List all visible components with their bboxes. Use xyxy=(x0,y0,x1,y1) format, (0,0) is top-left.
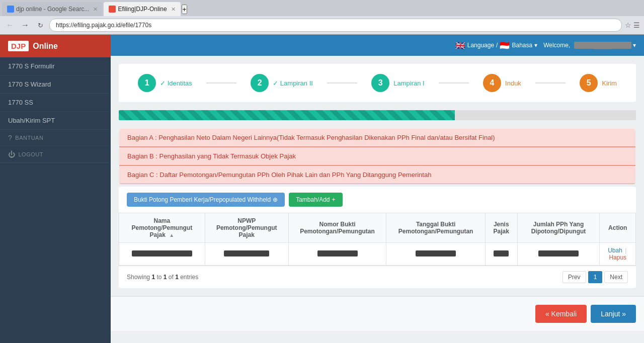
step-5-circle: 5 xyxy=(580,74,598,92)
sidebar-item-1770s-formulir-label: 1770 S Formulir xyxy=(8,62,54,70)
sections-wrapper: Bagian A : Penghasilan Neto Dalam Negeri… xyxy=(119,128,636,185)
step-4-circle: 4 xyxy=(483,74,501,92)
username-display: ████ xyxy=(574,42,631,49)
address-input[interactable] xyxy=(49,19,622,32)
bagian-c-label: Bagian C : Daftar Pemotongan/Pemungutan … xyxy=(127,171,431,179)
section-bagian-b[interactable]: Bagian B : Penghasilan yang Tidak Termas… xyxy=(119,147,635,165)
tambah-add-icon: + xyxy=(332,196,336,203)
step-5-label: Kirim xyxy=(602,79,617,87)
tab-djp[interactable]: Efiling|DJP-Online ✕ xyxy=(104,2,180,16)
ubah-link[interactable]: Ubah xyxy=(608,247,622,254)
step-4[interactable]: 4 Induk xyxy=(483,74,521,92)
progress-bar xyxy=(119,110,636,120)
bahasa-label: Bahasa xyxy=(512,42,532,49)
top-bar: 🇬🇧 Language / 🇮🇩 Bahasa ▾ Welcome, ████ … xyxy=(111,35,644,56)
step-3[interactable]: 3 Lampiran I xyxy=(371,74,424,92)
progress-bar-fill xyxy=(119,110,455,120)
col-npwp: NPWP Pemotong/Pemungut Pajak xyxy=(205,213,288,243)
bagian-a-label: Bagian A : Penghasilan Neto Dalam Negeri… xyxy=(127,134,495,141)
sidebar-item-ubah-kirim-label: Ubah/Kirim SPT xyxy=(8,117,55,124)
step-3-number: 3 xyxy=(378,78,383,88)
djp-favicon xyxy=(109,6,116,13)
col-jumlah: Jumlah PPh Yang Dipotong/Dipungut xyxy=(517,213,600,243)
bookmark-icon[interactable]: ☆ xyxy=(625,21,631,29)
cell-tanggal xyxy=(386,243,486,266)
steps-container: 1 ✓ Identitas 2 ✓ Lampiran II 3 Lampiran… xyxy=(119,64,636,102)
sidebar-section-logout[interactable]: ⏻ Logout xyxy=(0,146,111,163)
section-bagian-a[interactable]: Bagian A : Penghasilan Neto Dalam Negeri… xyxy=(119,129,635,147)
sidebar-item-ubah-kirim[interactable]: Ubah/Kirim SPT xyxy=(0,112,111,130)
step-3-circle: 3 xyxy=(371,74,389,92)
logout-label: Logout xyxy=(19,151,43,157)
page-1-button[interactable]: 1 xyxy=(588,271,603,283)
step-4-label: Induk xyxy=(505,79,521,87)
sidebar-item-1770s-wizard[interactable]: 1770 S Wizard xyxy=(0,75,111,94)
step-4-number: 4 xyxy=(490,78,495,88)
uk-flag-icon: 🇬🇧 xyxy=(455,41,465,50)
data-table: Nama Pemotong/Pemungut Pajak ▲ NPWP Pemo… xyxy=(119,213,636,266)
sidebar-item-1770ss[interactable]: 1770 SS xyxy=(0,94,111,112)
step-connector-4-5 xyxy=(535,82,566,83)
cell-npwp xyxy=(205,243,288,266)
next-button[interactable]: Lanjut » xyxy=(591,305,636,323)
tab-djp-close[interactable]: ✕ xyxy=(171,6,176,13)
step-connector-2-3 xyxy=(327,82,357,83)
cell-jumlah xyxy=(517,243,600,266)
sidebar-item-1770s-formulir[interactable]: 1770 S Formulir xyxy=(0,57,111,75)
col-nama[interactable]: Nama Pemotong/Pemungut Pajak ▲ xyxy=(119,213,205,243)
pagination-controls: Prev 1 Next xyxy=(562,271,628,283)
cell-nama xyxy=(119,243,205,266)
bukti-potong-button[interactable]: Bukti Potong Pemberi Kerja/Prepopulated … xyxy=(127,193,285,207)
step-connector-3-4 xyxy=(439,82,469,83)
tambah-add-button[interactable]: Tambah/Add + xyxy=(289,193,342,207)
bantuan-label: Bantuan xyxy=(15,135,43,141)
djp-logo: DJP xyxy=(8,41,29,51)
settings-icon[interactable]: ☰ xyxy=(633,21,640,29)
back-button[interactable]: « Kembali xyxy=(535,305,587,323)
col-tanggal: Tanggal Bukti Pemotongan/Pemungutan xyxy=(386,213,486,243)
sidebar-section-bantuan[interactable]: ? Bantuan xyxy=(0,130,111,146)
col-action: Action xyxy=(600,213,636,243)
npwp-redacted xyxy=(224,250,269,256)
next-page-button[interactable]: Next xyxy=(604,271,628,283)
sidebar: DJP Online 1770 S Formulir 1770 S Wizard… xyxy=(0,35,111,343)
step-5[interactable]: 5 Kirim xyxy=(580,74,617,92)
step-1[interactable]: 1 ✓ Identitas xyxy=(138,74,192,92)
tab-google[interactable]: djp online - Google Searc... ✕ xyxy=(2,2,103,16)
table-row: Ubah | Hapus xyxy=(119,243,636,266)
google-favicon xyxy=(7,6,14,13)
step-connector-1-2 xyxy=(206,82,236,83)
help-icon: ? xyxy=(8,134,12,142)
section-bagian-c[interactable]: Bagian C : Daftar Pemotongan/Pemungutan … xyxy=(119,165,635,184)
hapus-link[interactable]: Hapus xyxy=(609,254,626,261)
cell-jenis xyxy=(485,243,517,266)
new-tab-button[interactable]: + xyxy=(182,5,188,14)
step-2-label: ✓ Lampiran II xyxy=(273,79,313,87)
table-section: Bukti Potong Pemberi Kerja/Prepopulated … xyxy=(119,187,636,288)
back-nav-button[interactable]: ← xyxy=(4,19,16,31)
tab-djp-label: Efiling|DJP-Online xyxy=(118,6,167,13)
language-selector[interactable]: 🇬🇧 Language / 🇮🇩 Bahasa ▾ xyxy=(455,41,537,50)
step-1-label: ✓ Identitas xyxy=(160,79,192,87)
prev-page-button[interactable]: Prev xyxy=(562,271,586,283)
bagian-b-label: Bagian B : Penghasilan yang Tidak Termas… xyxy=(127,152,296,160)
tanggal-redacted xyxy=(416,250,456,256)
col-nomor: Nomor Bukti Pemotongan/Pemungutan xyxy=(288,213,386,243)
user-dropdown-icon[interactable]: ▾ xyxy=(633,42,636,49)
step-2[interactable]: 2 ✓ Lampiran II xyxy=(251,74,313,92)
bukti-potong-icon: ⊕ xyxy=(273,196,278,203)
jenis-redacted xyxy=(494,250,509,256)
lang-dropdown-icon: ▾ xyxy=(534,42,537,49)
refresh-button[interactable]: ↻ xyxy=(34,19,46,31)
online-label: Online xyxy=(33,42,58,51)
cell-action: Ubah | Hapus xyxy=(600,243,636,266)
tab-google-close[interactable]: ✕ xyxy=(93,6,98,13)
step-5-number: 5 xyxy=(587,78,591,88)
forward-nav-button[interactable]: → xyxy=(19,19,31,31)
table-toolbar: Bukti Potong Pemberi Kerja/Prepopulated … xyxy=(119,187,636,213)
pagination-row: Showing 1 to 1 of 1 entries Prev 1 Next xyxy=(119,266,636,288)
bukti-potong-label: Bukti Potong Pemberi Kerja/Prepopulated … xyxy=(134,196,271,203)
lang-separator: / xyxy=(496,42,498,49)
sidebar-brand: DJP Online xyxy=(0,35,111,57)
main-content: 🇬🇧 Language / 🇮🇩 Bahasa ▾ Welcome, ████ … xyxy=(111,35,644,343)
